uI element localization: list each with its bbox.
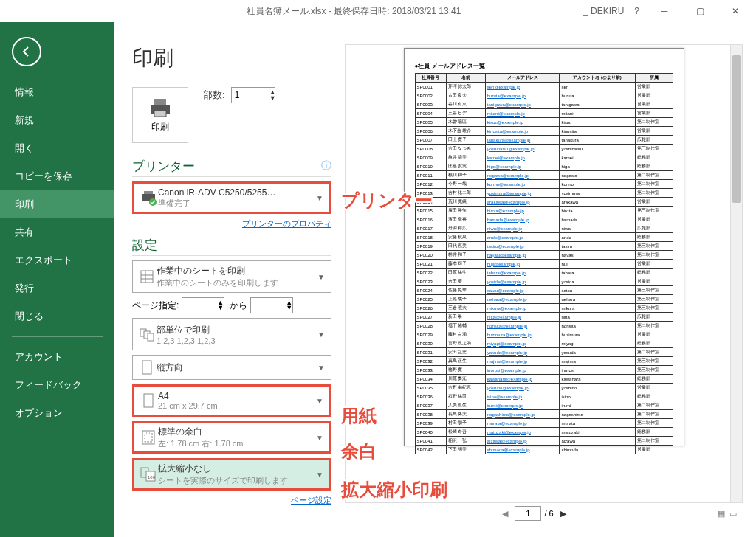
print-scope-dropdown[interactable]: 作業中のシートを印刷作業中のシートのみを印刷します ▼ (132, 260, 331, 293)
printer-status-icon (139, 190, 158, 206)
zoom-to-page-button[interactable]: ▭ (729, 509, 737, 519)
svg-rect-4 (144, 191, 153, 194)
print-preview: ●社員 メールアドレス一覧 社員番号名前メールアドレスアカウント名 (@より前)… (345, 44, 743, 503)
svg-rect-1 (154, 99, 166, 105)
back-button[interactable] (12, 37, 41, 66)
portrait-icon (137, 360, 157, 375)
orientation-dropdown[interactable]: 縦方向 ▼ (132, 355, 331, 380)
sidebar-item-7[interactable]: 発行 (0, 274, 114, 302)
chevron-down-icon: ▼ (317, 273, 326, 281)
printer-properties-link[interactable]: プリンターのプロパティ (132, 218, 331, 229)
sidebar-item-3[interactable]: コピーを保存 (0, 162, 114, 190)
window-title: 社員名簿メール.xlsx - 最終保存日時: 2018/03/21 13:41 (124, 5, 583, 18)
printer-heading: プリンター ⓘ (132, 158, 331, 177)
print-button[interactable]: 印刷 (132, 87, 188, 143)
page-navigator: ◀ / 6 ▶ (498, 506, 569, 521)
sidebar-item-0[interactable]: 情報 (0, 78, 114, 106)
next-page-button[interactable]: ▶ (557, 507, 570, 520)
settings-heading: 設定 (132, 237, 331, 256)
current-page-input[interactable] (515, 506, 541, 521)
sidebar-item-6[interactable]: エクスポート (0, 246, 114, 274)
sidebar-item-8[interactable]: 閉じる (0, 302, 114, 330)
chevron-down-icon: ▼ (316, 434, 325, 442)
collate-icon (137, 327, 157, 342)
titlebar: 社員名簿メール.xlsx - 最終保存日時: 2018/03/21 13:41 … (0, 0, 756, 22)
sidebar-item-2[interactable]: 開く (0, 134, 114, 162)
svg-rect-13 (142, 361, 151, 374)
sidebar-item-9[interactable]: アカウント (0, 343, 114, 371)
help-icon[interactable]: ? (630, 6, 644, 16)
account-name[interactable]: _ DEKIRU (583, 6, 624, 16)
scaling-dropdown[interactable]: 100 拡大縮小なしシートを実際のサイズで印刷します ▼ (132, 458, 331, 491)
svg-rect-2 (154, 111, 166, 117)
chevron-down-icon: ▼ (316, 471, 325, 479)
svg-rect-14 (144, 394, 153, 407)
minimize-button[interactable]: ─ (650, 1, 679, 21)
svg-rect-16 (145, 433, 152, 442)
maximize-button[interactable]: ▢ (685, 1, 715, 21)
chevron-down-icon: ▼ (316, 397, 325, 405)
chevron-down-icon: ▼ (317, 364, 326, 372)
prev-page-button[interactable]: ◀ (498, 507, 512, 520)
page-title: 印刷 (132, 44, 331, 72)
chevron-down-icon: ▼ (317, 330, 326, 339)
svg-rect-6 (141, 271, 153, 283)
page-setup-link[interactable]: ページ設定 (132, 495, 331, 506)
sheet-icon (137, 269, 157, 284)
preview-sheet: ●社員 メールアドレス一覧 社員番号名前メールアドレスアカウント名 (@より前)… (404, 48, 684, 446)
margin-dropdown[interactable]: 標準の余白左: 1.78 cm 右: 1.78 cm ▼ (132, 421, 331, 454)
collate-dropdown[interactable]: 部単位で印刷1,2,3 1,2,3 1,2,3 ▼ (132, 318, 331, 350)
preview-scrollbar[interactable] (730, 45, 742, 502)
copies-label: 部数: (203, 89, 225, 102)
margin-icon (139, 430, 158, 445)
svg-rect-12 (148, 333, 154, 341)
paper-icon (139, 393, 158, 408)
paper-size-dropdown[interactable]: A421 cm x 29.7 cm ▼ (132, 384, 331, 417)
sidebar-item-11[interactable]: オプション (0, 399, 114, 427)
chevron-down-icon: ▼ (316, 194, 325, 202)
sidebar-item-10[interactable]: フィードバック (0, 371, 114, 399)
copies-input[interactable] (231, 87, 275, 103)
page-range-label: ページ指定: (132, 299, 179, 312)
info-icon[interactable]: ⓘ (321, 159, 331, 173)
scale-icon: 100 (139, 467, 158, 482)
backstage-sidebar: 情報新規開くコピーを保存印刷共有エクスポート発行閉じるアカウントフィードバックオ… (0, 22, 114, 537)
total-pages-label: / 6 (544, 509, 553, 518)
copies-down[interactable]: ▼ (269, 95, 276, 101)
sidebar-item-4[interactable]: 印刷 (0, 190, 114, 218)
svg-text:100: 100 (148, 475, 156, 479)
show-margins-button[interactable]: ▦ (718, 509, 725, 519)
preview-table: 社員番号名前メールアドレスアカウント名 (@より前)所属SP0001芹澤 弥太郎… (415, 73, 673, 454)
printer-dropdown[interactable]: Canon iR-ADV C5250/5255… 準備完了 ▼ (132, 181, 331, 214)
close-button[interactable]: ✕ (721, 1, 750, 21)
printer-icon (148, 97, 173, 118)
sidebar-item-5[interactable]: 共有 (0, 218, 114, 246)
sidebar-item-1[interactable]: 新規 (0, 106, 114, 134)
